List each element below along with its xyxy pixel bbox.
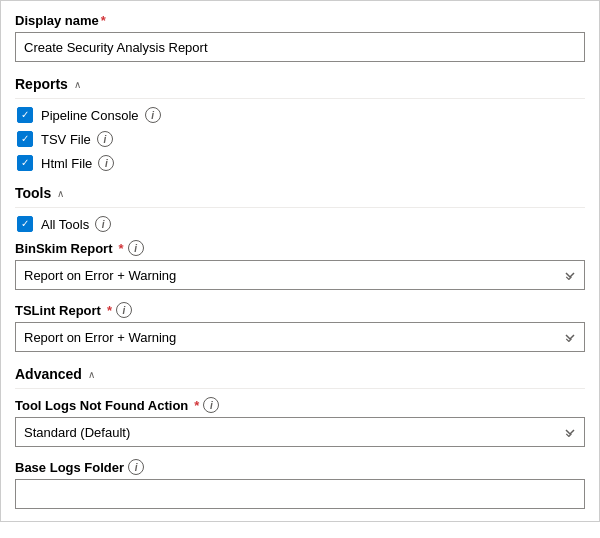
tsv-file-info-icon[interactable]: i	[97, 131, 113, 147]
tools-section-header: Tools ∧	[15, 185, 585, 208]
tool-logs-dropdown[interactable]: Standard (Default) Error Warning Informa…	[15, 417, 585, 447]
binskim-label: BinSkim Report* i	[15, 240, 585, 256]
display-name-label: Display name*	[15, 13, 585, 28]
tslint-dropdown-wrapper: Report on Error + Warning Report on Erro…	[15, 322, 585, 352]
tool-logs-info-icon[interactable]: i	[203, 397, 219, 413]
all-tools-checkbox[interactable]: ✓	[17, 216, 33, 232]
advanced-chevron-icon[interactable]: ∧	[88, 369, 95, 380]
base-logs-label: Base Logs Folder i	[15, 459, 585, 475]
tslint-label: TSLint Report* i	[15, 302, 585, 318]
display-name-field: Display name*	[15, 13, 585, 62]
tools-chevron-icon[interactable]: ∧	[57, 188, 64, 199]
tools-title: Tools	[15, 185, 51, 201]
tslint-dropdown[interactable]: Report on Error + Warning Report on Erro…	[15, 322, 585, 352]
html-file-label: Html File	[41, 156, 92, 171]
tool-logs-label: Tool Logs Not Found Action* i	[15, 397, 585, 413]
reports-section-header: Reports ∧	[15, 76, 585, 99]
tslint-required-star: *	[107, 303, 112, 318]
tsv-file-label: TSV File	[41, 132, 91, 147]
reports-items: ✓ Pipeline Console i ✓ TSV File i ✓ Html…	[15, 107, 585, 171]
all-tools-check-icon: ✓	[21, 219, 29, 229]
tool-logs-field: Tool Logs Not Found Action* i Standard (…	[15, 397, 585, 447]
advanced-section-header: Advanced ∧	[15, 366, 585, 389]
html-file-check-icon: ✓	[21, 158, 29, 168]
pipeline-console-row: ✓ Pipeline Console i	[17, 107, 585, 123]
all-tools-info-icon[interactable]: i	[95, 216, 111, 232]
all-tools-label: All Tools	[41, 217, 89, 232]
binskim-dropdown[interactable]: Report on Error + Warning Report on Erro…	[15, 260, 585, 290]
form-container: Display name* Reports ∧ ✓ Pipeline Conso…	[0, 0, 600, 522]
pipeline-console-checkbox[interactable]: ✓	[17, 107, 33, 123]
pipeline-console-info-icon[interactable]: i	[145, 107, 161, 123]
reports-chevron-icon[interactable]: ∧	[74, 79, 81, 90]
tool-logs-required-star: *	[194, 398, 199, 413]
pipeline-console-label: Pipeline Console	[41, 108, 139, 123]
advanced-title: Advanced	[15, 366, 82, 382]
tsv-file-checkbox[interactable]: ✓	[17, 131, 33, 147]
binskim-field: BinSkim Report* i Report on Error + Warn…	[15, 240, 585, 290]
pipeline-console-check-icon: ✓	[21, 110, 29, 120]
binskim-info-icon[interactable]: i	[128, 240, 144, 256]
html-file-row: ✓ Html File i	[17, 155, 585, 171]
tsv-file-check-icon: ✓	[21, 134, 29, 144]
display-name-input[interactable]	[15, 32, 585, 62]
base-logs-field: Base Logs Folder i	[15, 459, 585, 509]
tslint-info-icon[interactable]: i	[116, 302, 132, 318]
base-logs-input[interactable]	[15, 479, 585, 509]
tslint-field: TSLint Report* i Report on Error + Warni…	[15, 302, 585, 352]
binskim-required-star: *	[119, 241, 124, 256]
reports-title: Reports	[15, 76, 68, 92]
required-star: *	[101, 13, 106, 28]
binskim-dropdown-wrapper: Report on Error + Warning Report on Erro…	[15, 260, 585, 290]
tools-items: ✓ All Tools i	[15, 216, 585, 232]
tool-logs-dropdown-wrapper: Standard (Default) Error Warning Informa…	[15, 417, 585, 447]
html-file-info-icon[interactable]: i	[98, 155, 114, 171]
all-tools-row: ✓ All Tools i	[17, 216, 585, 232]
html-file-checkbox[interactable]: ✓	[17, 155, 33, 171]
base-logs-info-icon[interactable]: i	[128, 459, 144, 475]
tsv-file-row: ✓ TSV File i	[17, 131, 585, 147]
